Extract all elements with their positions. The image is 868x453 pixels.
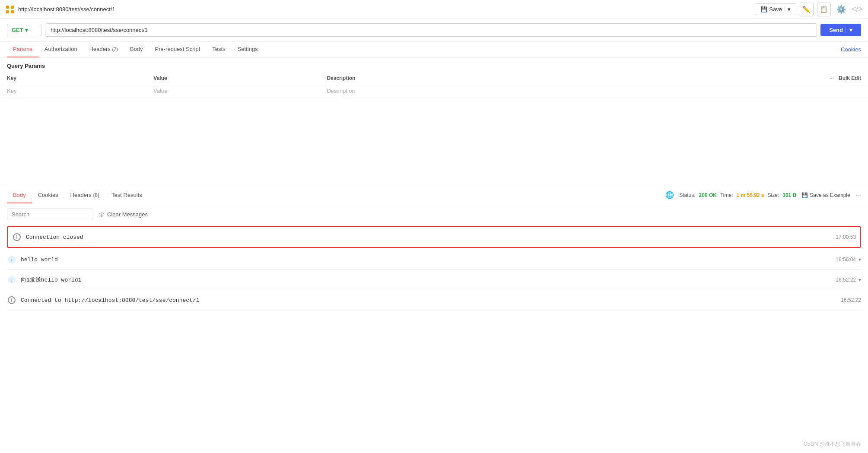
tab-settings[interactable]: Settings — [232, 41, 264, 57]
tab-response-headers[interactable]: Headers (8) — [64, 187, 105, 203]
watermark: CSDN @谁不想飞舞青春 — [803, 440, 861, 448]
description-cell[interactable]: Description — [320, 84, 584, 98]
tab-response-test-results[interactable]: Test Results — [105, 187, 148, 203]
tab-response-body[interactable]: Body — [7, 187, 32, 203]
params-table: Key Value Description ··· Bulk Edit Key … — [0, 73, 868, 98]
notes-button[interactable]: 📋 — [817, 3, 831, 16]
search-input[interactable] — [7, 209, 93, 220]
edit-button[interactable]: ✏️ — [800, 3, 814, 16]
page-title: http://localhost:8080/test/sse/connect/1 — [18, 6, 755, 13]
clear-messages-label: Clear Messages — [107, 211, 148, 218]
messages-toolbar: 🗑 Clear Messages — [0, 204, 868, 225]
save-button[interactable]: 💾 Save ▾ — [755, 3, 796, 15]
info-icon-0: i — [12, 232, 22, 242]
svg-rect-2 — [6, 10, 9, 13]
expand-icon-2[interactable]: ▾ — [858, 277, 861, 283]
save-disk-icon: 💾 — [760, 6, 767, 13]
method-label: GET — [12, 27, 23, 33]
response-status-area: 🌐 Status: 200 OK Time: 1 m 55.92 s Size:… — [665, 191, 861, 199]
trash-icon: 🗑 — [99, 211, 105, 218]
message-time-2: 16:52:22 — [836, 277, 856, 283]
key-cell[interactable]: Key — [0, 84, 146, 98]
response-panel: Body Cookies Headers (8) Test Results 🌐 … — [0, 186, 868, 453]
dots-icon: ··· — [830, 75, 834, 81]
col-key: Key — [0, 73, 146, 84]
message-time-3: 16:52:22 — [841, 297, 861, 303]
message-text-3: Connected to http://localhost:8080/test/… — [21, 297, 836, 304]
cookies-link[interactable]: Cookies — [841, 46, 861, 53]
method-chevron-icon: ▾ — [25, 27, 28, 33]
more-options-button[interactable]: ··· — [855, 191, 861, 199]
message-text-0: Connection closed — [26, 234, 830, 241]
save-example-icon: 💾 — [801, 192, 808, 198]
query-params-label: Query Params — [0, 57, 868, 73]
app-icon — [5, 5, 15, 14]
url-bar: GET ▾ Send ▾ — [0, 19, 868, 41]
save-chevron-icon: ▾ — [785, 6, 791, 13]
tab-prerequest[interactable]: Pre-request Script — [149, 41, 207, 57]
tab-tests[interactable]: Tests — [206, 41, 231, 57]
tab-params[interactable]: Params — [7, 41, 38, 57]
tab-body[interactable]: Body — [124, 41, 149, 57]
method-select[interactable]: GET ▾ — [7, 24, 41, 36]
svg-rect-0 — [6, 6, 9, 9]
query-params-section: Query Params Key Value Description ··· B… — [0, 57, 868, 98]
svg-rect-1 — [11, 6, 14, 9]
expand-icon-1[interactable]: ▾ — [858, 257, 861, 263]
send-chevron-icon: ▾ — [846, 27, 852, 33]
message-text-2: 向1发送hello world1 — [21, 276, 830, 284]
gear-icon: ⚙️ — [836, 5, 846, 14]
tab-response-cookies[interactable]: Cookies — [32, 187, 64, 203]
message-text-1: hello world — [21, 257, 830, 263]
top-bar: http://localhost:8080/test/sse/connect/1… — [0, 0, 868, 19]
save-example-button[interactable]: 💾 Save as Example — [801, 192, 850, 198]
request-tabs-bar: Params Authorization Headers (7) Body Pr… — [0, 41, 868, 57]
arrow-down-icon-2: ↓ — [7, 275, 16, 285]
bulk-edit-button[interactable]: Bulk Edit — [839, 75, 861, 81]
edit-icon: ✏️ — [802, 6, 811, 13]
response-tabs-bar: Body Cookies Headers (8) Test Results 🌐 … — [0, 186, 868, 204]
top-bar-actions: 💾 Save ▾ ✏️ 📋 ⚙️ </> — [755, 3, 863, 16]
code-icon: </> — [852, 5, 863, 14]
message-time-1: 16:56:04 — [836, 257, 856, 263]
value-cell[interactable]: Value — [146, 84, 320, 98]
clear-messages-button[interactable]: 🗑 Clear Messages — [99, 211, 148, 218]
tab-headers[interactable]: Headers (7) — [83, 41, 124, 57]
url-input[interactable] — [45, 23, 817, 37]
send-label: Send — [829, 27, 843, 33]
save-label: Save — [769, 6, 782, 13]
tab-authorization[interactable]: Authorization — [38, 41, 83, 57]
save-example-label: Save as Example — [810, 192, 850, 198]
message-connection-closed[interactable]: i Connection closed 17:00:53 — [7, 226, 861, 248]
status-info: Status: 200 OK Time: 1 m 55.92 s Size: 3… — [679, 192, 796, 198]
svg-rect-3 — [11, 10, 14, 13]
message-time-0: 17:00:53 — [836, 234, 856, 240]
message-send-hello-world1[interactable]: ↓ 向1发送hello world1 16:52:22 ▾ — [7, 270, 861, 290]
notes-icon: 📋 — [820, 6, 828, 13]
send-button[interactable]: Send ▾ — [820, 24, 861, 36]
col-actions: ··· Bulk Edit — [584, 73, 868, 84]
globe-icon: 🌐 — [665, 191, 674, 199]
col-description: Description — [320, 73, 584, 84]
message-connected[interactable]: i Connected to http://localhost:8080/tes… — [7, 290, 861, 310]
messages-list: i Connection closed 17:00:53 ↓ hello wor… — [0, 225, 868, 453]
arrow-down-icon-1: ↓ — [7, 255, 16, 264]
table-row: Key Value Description — [0, 84, 868, 98]
settings-button[interactable]: ⚙️ — [834, 3, 848, 16]
message-hello-world[interactable]: ↓ hello world 16:56:04 ▾ — [7, 250, 861, 270]
col-value: Value — [146, 73, 320, 84]
info-icon-3: i — [7, 295, 16, 305]
